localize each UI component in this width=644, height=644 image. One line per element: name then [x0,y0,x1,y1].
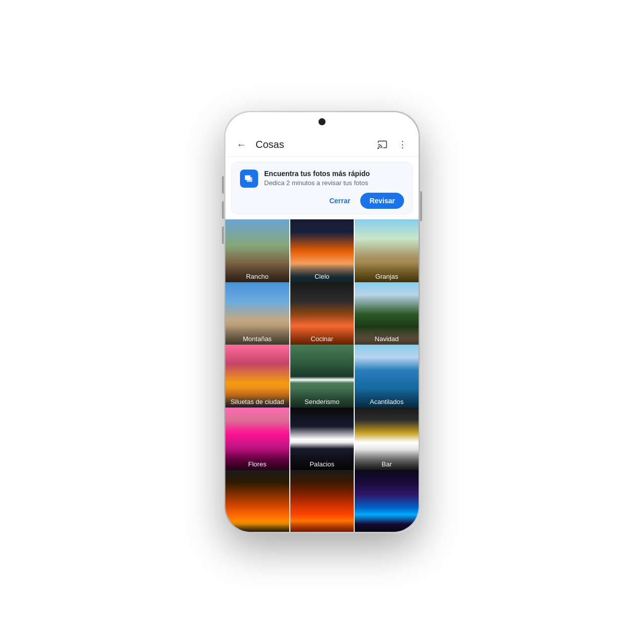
more-options-button[interactable]: ⋮ [394,136,411,152]
phone-screen: ← Cosas ⋮ [225,112,419,532]
banner-content: Encuentra tus fotos más rápido Dedica 2 … [240,170,404,188]
status-bar [225,112,419,132]
suggestion-banner: Encuentra tus fotos más rápido Dedica 2 … [231,162,413,214]
photo-label: Flores [225,450,289,471]
photo-label: Cielo [290,263,354,283]
cerrar-button[interactable]: Cerrar [323,193,356,209]
photo-label [290,521,354,532]
grid-item[interactable]: Palacios [290,408,354,471]
camera-notch [318,118,326,125]
grid-item[interactable]: Siluetas de ciudad [225,345,289,409]
banner-title: Encuentra tus fotos más rápido [264,170,404,178]
top-bar: ← Cosas ⋮ [225,132,419,157]
grid-item[interactable]: Senderismo [290,345,354,409]
phone-frame: ← Cosas ⋮ [224,111,420,533]
photo-label: Siluetas de ciudad [225,388,289,409]
page-title: Cosas [256,139,368,150]
photo-label: Navidad [355,325,419,346]
cast-button[interactable] [374,136,390,152]
photo-label: Senderismo [290,388,354,409]
grid-item[interactable] [355,470,419,532]
banner-actions: Cerrar Revisar [240,193,404,209]
grid-item[interactable]: Rancho [225,219,289,283]
photo-label: Acantilados [355,388,419,409]
grid-item[interactable]: Cielo [290,219,354,283]
grid-item[interactable]: Flores [225,408,289,471]
revisar-button[interactable]: Revisar [360,193,404,209]
photo-label: Rancho [225,263,289,283]
photo-label [225,521,289,532]
photo-label: Palacios [290,450,354,471]
banner-subtitle: Dedica 2 minutos a revisar tus fotos [264,179,404,187]
photo-label: Cocinar [290,325,354,346]
grid-item[interactable]: Bar [355,408,419,471]
grid-item[interactable]: Acantilados [355,345,419,409]
grid-item[interactable]: Granjas [355,219,419,283]
photo-label: Bar [355,450,419,471]
photo-label: Montañas [225,325,289,346]
svg-rect-2 [247,177,252,182]
grid-item[interactable]: Navidad [355,282,419,346]
photos-icon [240,170,258,188]
grid-item[interactable]: Cocinar [290,282,354,346]
grid-item[interactable]: Montañas [225,282,289,346]
photo-label: Granjas [355,263,419,283]
back-button[interactable]: ← [233,136,250,152]
top-bar-icons: ⋮ [374,136,411,152]
svg-point-0 [378,148,379,149]
app-content: ← Cosas ⋮ [225,132,419,532]
grid-item[interactable] [290,470,354,532]
photo-label [355,521,419,532]
grid-item[interactable] [225,470,289,532]
banner-text: Encuentra tus fotos más rápido Dedica 2 … [264,170,404,187]
photo-grid: RanchoCieloGranjasMontañasCocinarNavidad… [225,219,419,532]
